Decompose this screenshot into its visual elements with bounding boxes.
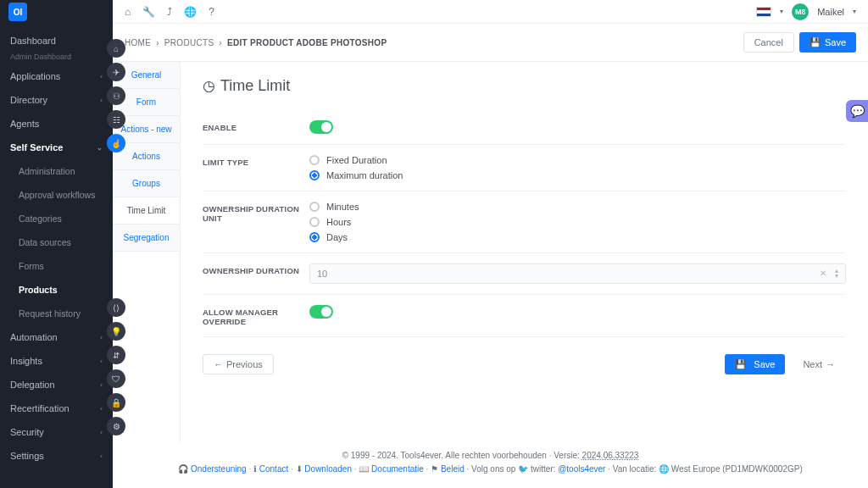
row-enable: ENABLE [203,110,846,145]
sidebar-item-recertification[interactable]: Recertification ‹ [0,396,113,420]
ownership-duration-input[interactable]: 10 ✕ ▴▾ [309,263,846,284]
lock-icon[interactable]: 🔒 [107,393,125,412]
self-service-icon[interactable]: ☝ [107,134,125,152]
footer-location-label: Van locatie: [613,464,657,474]
sidebar-item-request-history[interactable]: Request history [0,302,113,325]
sidebar-item-label: Forms [19,261,44,271]
sidebar-item-label: Administration [19,166,75,176]
avatar[interactable]: M8 [792,3,809,20]
breadcrumb-row: HOME › PRODUCTS › EDIT PRODUCT ADOBE PHO… [113,24,868,62]
sidebar-item-automation[interactable]: Automation ‹ [0,325,113,349]
home-icon[interactable]: ⌂ [107,39,125,58]
clear-icon[interactable]: ✕ [820,269,826,279]
sidebar-item-label: Settings [10,451,44,461]
sitemap-icon[interactable]: ⚇ [107,86,125,105]
sidebar-item-agents[interactable]: Agents [0,112,113,136]
footer-location: West Europe (PD1MDWK0002GP) [671,464,803,474]
next-button[interactable]: Next → [792,354,846,374]
sidebar-item-delegation[interactable]: Delegation ‹ [0,373,113,396]
sidebar-item-label: Automation [10,332,58,342]
radio-hours[interactable]: Hours [309,217,846,227]
panel-title: ◷ Time Limit [203,77,846,95]
gear-icon[interactable]: ⚙ [107,417,125,435]
sidebar-item-directory[interactable]: Directory ‹ [0,88,113,112]
radio-maximum-duration[interactable]: Maximum duration [309,170,846,180]
chevron-right-icon: › [219,38,222,47]
next-button-label: Next [803,359,822,369]
globe-icon: 🌐 [659,464,669,474]
radio-minutes[interactable]: Minutes [309,202,846,212]
sidebar-item-forms[interactable]: Forms [0,254,113,278]
footer-link-policy[interactable]: Beleid [441,464,465,474]
sidebar-item-insights[interactable]: Insights ‹ [0,349,113,373]
input-value: 10 [317,269,327,279]
sidebar-item-settings[interactable]: Settings ‹ [0,444,113,468]
footer-link-contact[interactable]: Contact [259,464,288,474]
sidebar-item-security[interactable]: Security ‹ [0,420,113,444]
footer-link-twitter[interactable]: @tools4ever [558,464,605,474]
sidebar-item-applications[interactable]: Applications ‹ [0,64,113,88]
shield-icon[interactable]: 🛡 [107,369,125,388]
sidebar-item-administration[interactable]: Administration [0,159,113,183]
bulb-icon[interactable]: 💡 [107,322,125,341]
breadcrumb-home[interactable]: HOME [125,38,151,47]
radio-label: Hours [326,217,351,227]
nav-section: Dashboard Admin Dashboard Applications ‹… [0,24,113,473]
stepper-down-icon[interactable]: ▾ [835,274,838,279]
enable-toggle[interactable] [309,120,333,134]
chevron-down-icon[interactable]: ▾ [780,8,783,15]
previous-button[interactable]: ← Previous [203,354,274,374]
sidebar-item-self-service[interactable]: Self Service ⌄ [0,136,113,159]
rocket-icon[interactable]: ✈ [107,63,125,81]
agents-icon[interactable]: ☷ [107,110,125,129]
chevron-down-icon: ⌄ [97,144,103,152]
save-button-footer[interactable]: 💾Save [725,354,785,374]
sidebar-item-label: Applications [10,71,60,81]
cancel-button[interactable]: Cancel [743,32,794,53]
radio-label: Maximum duration [326,170,403,180]
sidebar-item-label: Approval workflows [19,190,95,200]
footer-link-support[interactable]: Ondersteuning [191,464,247,474]
share-icon[interactable]: ⤴ [167,6,172,18]
sidebar-item-categories[interactable]: Categories [0,207,113,230]
breadcrumb-products[interactable]: PRODUCTS [164,38,214,47]
help-icon[interactable]: ? [209,6,214,18]
label-ownership-duration: OWNERSHIP DURATION [203,263,309,275]
wrench-icon[interactable]: 🔧 [142,6,155,18]
radio-fixed-duration[interactable]: Fixed Duration [309,155,846,165]
row-ownership-duration: OWNERSHIP DURATION 10 ✕ ▴▾ [203,253,846,295]
flag-icon: ⚑ [431,464,438,474]
page-actions: Cancel 💾Save [743,32,856,53]
radio-days[interactable]: Days [309,232,846,242]
sidebar-item-dashboard[interactable]: Dashboard [0,29,113,53]
delegation-icon[interactable]: ⇵ [107,346,125,364]
radio-label: Days [326,232,348,242]
footer-copyright: © 1999 - 2024. Tools4ever. Alle rechten … [342,451,547,460]
flag-nl-icon[interactable] [756,7,771,17]
sidebar-item-approval-workflows[interactable]: Approval workflows [0,183,113,207]
home-icon[interactable]: ⌂ [125,6,131,18]
sidebar: OI Dashboard Admin Dashboard Application… [0,0,113,488]
footer-link-download[interactable]: Downloaden [304,464,352,474]
footer-link-docs[interactable]: Documentatie [371,464,424,474]
download-icon: ⬇ [296,464,303,474]
user-name[interactable]: Maikel [817,7,844,17]
save-icon: 💾 [735,359,747,370]
save-button-label: Save [754,359,775,369]
logo[interactable]: OI [0,0,113,24]
sidebar-item-label: Security [10,427,44,437]
chevron-down-icon[interactable]: ▾ [853,8,856,15]
code-icon[interactable]: ⟨⟩ [107,298,125,317]
arrow-left-icon: ← [214,359,223,369]
radio-icon [309,202,320,212]
breadcrumb: HOME › PRODUCTS › EDIT PRODUCT ADOBE PHO… [125,38,387,47]
sidebar-item-products[interactable]: Products [0,278,113,302]
save-button[interactable]: 💾Save [799,32,856,53]
chevron-left-icon: ‹ [100,452,103,460]
globe-icon[interactable]: 🌐 [184,6,197,18]
sidebar-item-data-sources[interactable]: Data sources [0,230,113,254]
allow-override-toggle[interactable] [309,305,333,319]
footer-version: 2024.06.33223 [582,451,639,460]
chat-widget[interactable]: 💬 [846,100,868,122]
sidebar-item-label: Categories [19,214,62,224]
